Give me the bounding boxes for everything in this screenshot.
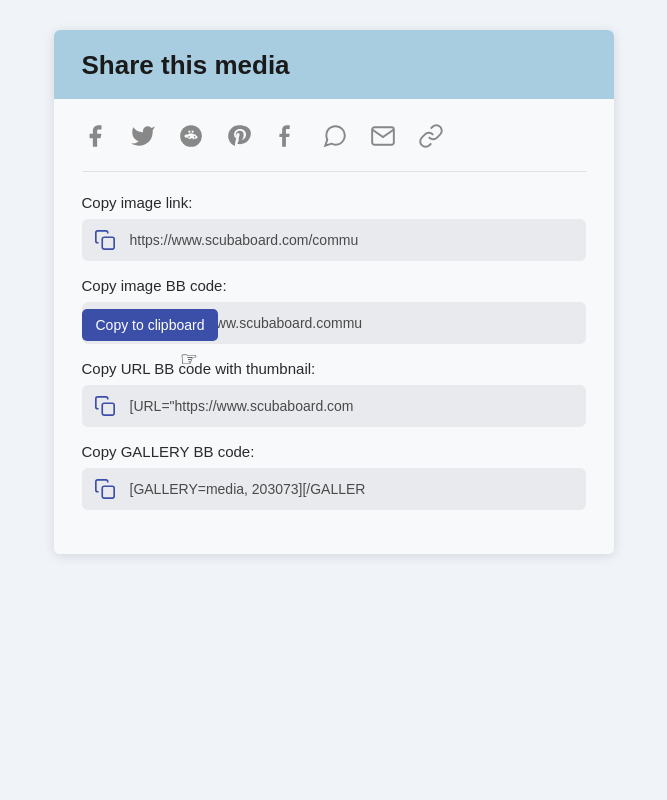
copy-image-bb-button[interactable] xyxy=(82,302,128,344)
copy-image-link-section: Copy image link: https://www.scubaboard.… xyxy=(82,194,586,261)
copy-gallery-bb-button[interactable] xyxy=(82,468,128,510)
copy-image-link-label: Copy image link: xyxy=(82,194,586,211)
copy-url-bb-label: Copy URL BB code with thumbnail: xyxy=(82,360,586,377)
pinterest-icon[interactable] xyxy=(226,123,252,149)
copy-image-link-row: https://www.scubaboard.com/commu xyxy=(82,219,586,261)
copy-url-bb-row: [URL="https://www.scubaboard.com xyxy=(82,385,586,427)
svg-rect-2 xyxy=(102,320,114,332)
copy-image-bb-row: [IMG]https://www.scubaboard.commu xyxy=(82,302,586,344)
copy-url-bb-value: [URL="https://www.scubaboard.com xyxy=(128,388,586,424)
copy-image-bb-section: Copy to clipboard Copy image BB code: [I… xyxy=(82,277,586,344)
facebook-icon[interactable] xyxy=(82,123,108,149)
svg-rect-4 xyxy=(102,486,114,498)
copy-image-link-value: https://www.scubaboard.com/commu xyxy=(128,222,586,258)
tumblr-icon[interactable] xyxy=(274,123,300,149)
whatsapp-icon[interactable] xyxy=(322,123,348,149)
copy-image-bb-label: Copy image BB code: xyxy=(82,277,586,294)
reddit-icon[interactable] xyxy=(178,123,204,149)
copy-gallery-bb-label: Copy GALLERY BB code: xyxy=(82,443,586,460)
card-title: Share this media xyxy=(82,50,586,81)
copy-image-bb-value: [IMG]https://www.scubaboard.commu xyxy=(128,305,586,341)
card-header: Share this media xyxy=(54,30,614,99)
link-chain-icon[interactable] xyxy=(418,123,444,149)
twitter-icon[interactable] xyxy=(130,123,156,149)
copy-gallery-bb-row: [GALLERY=media, 203073][/GALLER xyxy=(82,468,586,510)
copy-url-bb-button[interactable] xyxy=(82,385,128,427)
card-body: Copy image link: https://www.scubaboard.… xyxy=(54,99,614,554)
social-icons-row xyxy=(82,123,586,172)
copy-gallery-bb-value: [GALLERY=media, 203073][/GALLER xyxy=(128,471,586,507)
share-media-card: Share this media xyxy=(54,30,614,554)
copy-image-link-button[interactable] xyxy=(82,219,128,261)
email-icon[interactable] xyxy=(370,123,396,149)
copy-url-bb-section: Copy URL BB code with thumbnail: [URL="h… xyxy=(82,360,586,427)
copy-gallery-bb-section: Copy GALLERY BB code: [GALLERY=media, 20… xyxy=(82,443,586,510)
svg-rect-1 xyxy=(102,237,114,249)
svg-rect-3 xyxy=(102,403,114,415)
